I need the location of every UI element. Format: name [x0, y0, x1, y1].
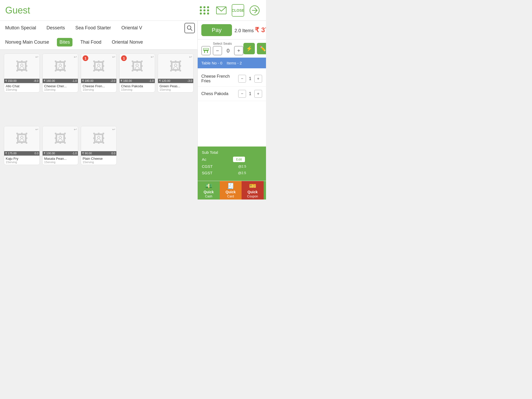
search-button[interactable]: [184, 23, 195, 33]
quick-card-label: Quick: [225, 190, 236, 194]
seats-increase-button[interactable]: +: [234, 46, 243, 55]
items-total: ₹ 377.00: [255, 26, 266, 34]
tab-nonveg-main[interactable]: Nonveg Main Course: [3, 38, 52, 46]
order-item-name: Cheese French Fries: [201, 74, 238, 83]
item-name: Chess Pakoda: [121, 84, 153, 88]
item-stock: 0.0: [111, 152, 115, 155]
app-title: Guest: [5, 5, 30, 16]
quick-coupon-button[interactable]: 🎫 Quick Coupon: [242, 181, 264, 200]
item-serving: 1Serving: [83, 88, 115, 91]
item-placeholder-icon: 🖼: [16, 131, 28, 146]
item-card[interactable]: 1 🖼 ↩ ₹ 180.00 -2.0 Cheese Fren... 1Serv…: [81, 54, 117, 92]
item-card[interactable]: 🖼 ↩ ₹ 160.00 -1.0 Cheese Cher... 1Servin…: [42, 54, 78, 92]
tabs-row-1: Mutton Special Desserts Sea Food Starter…: [3, 21, 195, 35]
lightning-button[interactable]: ⚡: [243, 43, 255, 54]
exit-button[interactable]: [248, 4, 261, 17]
item-price-bar: ₹ 160.00 -1.0: [119, 79, 155, 83]
tab-desserts[interactable]: Desserts: [44, 24, 68, 32]
more-button[interactable]: 🔔: [264, 181, 266, 200]
svg-line-4: [190, 29, 192, 31]
item-card[interactable]: 🖼 ↩ ₹ 150.00 -8.0 Allo Chat 1Serving: [4, 54, 40, 92]
exit-icon: [249, 5, 260, 16]
item-badge: 1: [83, 55, 88, 61]
qty-decrease-button[interactable]: −: [238, 75, 246, 83]
sgst-rate: @2.5: [238, 171, 246, 175]
item-card[interactable]: 🖼 ↩ ₹ 175.00 0.0 Kaju Fry 1Serving: [4, 126, 40, 165]
qty-decrease-button[interactable]: −: [238, 90, 246, 98]
cash-icon: 💵: [205, 183, 212, 189]
item-stock: -2.0: [110, 79, 115, 83]
pay-button[interactable]: Pay: [201, 24, 232, 36]
item-price: ₹ 160.00: [44, 79, 55, 83]
table-icon-button[interactable]: [201, 46, 211, 55]
item-name: Plain Cheese: [83, 157, 115, 161]
dot: [203, 12, 205, 15]
item-price: ₹ 120.00: [159, 79, 170, 83]
qty-increase-button[interactable]: +: [254, 90, 262, 98]
tab-seafood-starter[interactable]: Sea Food Starter: [73, 24, 114, 32]
search-icon: [187, 25, 192, 31]
item-placeholder-icon: 🖼: [54, 59, 66, 74]
message-icon[interactable]: [215, 4, 228, 17]
tab-oriental-nonve[interactable]: Oriental Nonve: [109, 38, 145, 46]
arrow-icon: ↩: [74, 127, 77, 131]
tab-thai-food[interactable]: Thai Food: [78, 38, 104, 46]
arrow-icon: ↩: [112, 55, 115, 59]
order-summary: Sub Total 357.00 Ac Edit 20.00 CGST @2.5…: [198, 147, 266, 181]
item-stock: 0.0: [35, 152, 38, 155]
tabs-row-2: Nonveg Main Course Bites Thai Food Orien…: [3, 35, 195, 49]
tab-mutton-special[interactable]: Mutton Special: [3, 24, 39, 32]
close-button[interactable]: CLOSE: [232, 4, 244, 17]
item-serving: 1Serving: [159, 88, 192, 91]
arrow-icon: ↩: [35, 127, 38, 131]
item-card[interactable]: 🖼 ↩ ₹ 90.00 0.0 Plain Cheese 1Serving: [81, 126, 117, 165]
quick-card-sublabel: Card: [227, 195, 234, 198]
svg-rect-6: [204, 51, 205, 53]
item-price: ₹ 180.00: [82, 79, 94, 83]
item-info: Green Peas... 1Serving: [158, 83, 193, 92]
dot: [207, 12, 209, 15]
item-price: ₹ 175.00: [5, 152, 17, 155]
arrow-icon: ↩: [112, 127, 115, 131]
quick-coupon-sublabel: Coupon: [247, 195, 258, 198]
quick-coupon-label: Quick: [248, 190, 258, 194]
item-card[interactable]: 🖼 ↩ ₹ 100.00 -1.0 Masala Pean... 1Servin…: [42, 126, 78, 165]
order-items-list: Cheese French Fries − 1 + 189.00 Chess P…: [198, 68, 266, 147]
item-info: Masala Pean... 1Serving: [43, 156, 78, 165]
grid-icon[interactable]: [198, 4, 211, 17]
tab-bites[interactable]: Bites: [57, 38, 72, 46]
seats-decrease-button[interactable]: −: [213, 46, 222, 55]
item-name: Kaju Fry: [6, 157, 38, 161]
item-price-bar: ₹ 175.00 0.0: [4, 151, 39, 156]
item-image: 🖼 ↩: [158, 54, 193, 79]
seats-bar: Select Seats − 0 +: [198, 39, 266, 58]
quick-cash-button[interactable]: 💵 Quick Cash: [198, 181, 220, 200]
item-price-bar: ₹ 180.00 -2.0: [81, 79, 116, 83]
ac-label: Ac: [202, 157, 207, 162]
tab-oriental-v[interactable]: Oriental V: [119, 24, 145, 32]
item-serving: 1Serving: [6, 161, 38, 164]
cgst-row: CGST @2.5 08.50: [202, 164, 266, 169]
ac-edit-button[interactable]: Edit: [233, 157, 245, 162]
dot: [200, 6, 202, 8]
dot: [200, 9, 202, 11]
item-price-bar: ₹ 120.00 -3.0: [158, 79, 193, 83]
item-serving: 1Serving: [83, 161, 115, 164]
dot: [203, 9, 205, 11]
item-placeholder-icon: 🖼: [92, 59, 105, 74]
cgst-label: CGST: [202, 164, 213, 169]
edit-button[interactable]: ✏️: [257, 43, 266, 54]
subtotal-row: Sub Total 357.00: [202, 150, 266, 155]
item-card[interactable]: 1 🖼 ↩ ₹ 160.00 -1.0 Chess Pakoda 1Servin…: [119, 54, 155, 92]
dot: [207, 9, 209, 11]
item-serving: 1Serving: [6, 88, 38, 91]
quick-card-button[interactable]: 🧾 Quick Card: [220, 181, 242, 200]
item-name: Masala Pean...: [44, 157, 76, 161]
item-stock: -1.0: [72, 79, 77, 83]
item-badge: 1: [121, 55, 127, 61]
order-summary-counts: 2.0 Items ₹ 377.00: [235, 26, 266, 34]
item-card[interactable]: 🖼 ↩ ₹ 120.00 -3.0 Green Peas... 1Serving: [158, 54, 194, 92]
qty-increase-button[interactable]: +: [254, 75, 262, 83]
order-item: Chess Pakoda − 1 + 168.00: [198, 87, 266, 101]
qty-value: 1: [248, 76, 253, 81]
